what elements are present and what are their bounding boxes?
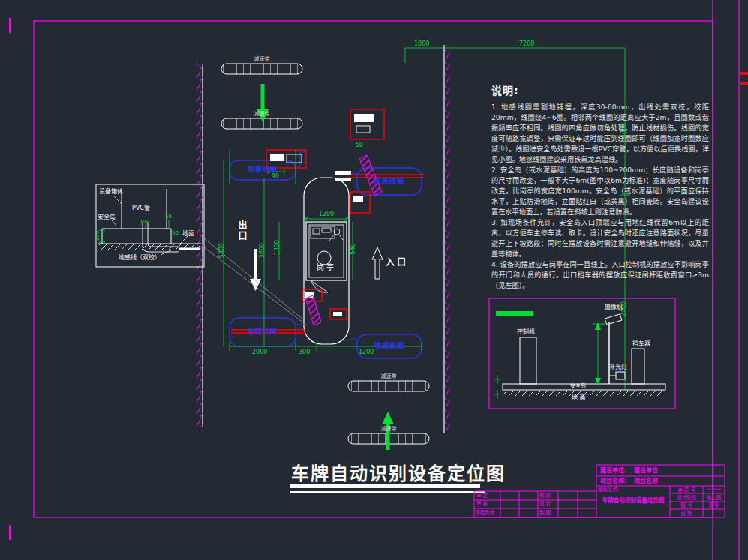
edge-marks — [740, 72, 748, 85]
titleblock-field-value: 图号 — [704, 503, 724, 508]
detail-island-label: 安全岛 — [570, 384, 586, 389]
barrier-machine-box — [632, 349, 644, 384]
note-item-4: 4. 设备的摆放应与岗亭在同一直线上。入口控制机的摆放应不影响岗亭的开门和人员的… — [491, 259, 709, 291]
dim-left-outer: 5400 — [219, 243, 225, 258]
booth-door — [311, 280, 328, 292]
detail-camera-label: 摄像机 — [605, 304, 623, 310]
speed-bump-label: 减速带 — [242, 57, 282, 62]
detail-dim-pipe: 150 — [140, 220, 149, 225]
titleblock-field-label: 日 期 — [671, 511, 702, 517]
detail-equipment-box-label: 设备箱体 — [99, 189, 123, 195]
dim-top-small: 1000 — [414, 41, 429, 47]
speed-bump — [221, 64, 302, 74]
exit-barrier-arm — [305, 295, 321, 325]
exit-lane-label: 出口 — [237, 220, 246, 241]
detail-pvc-pipe-label: PVC管 — [132, 205, 150, 211]
titleblock-personnel: 设 计 — [539, 502, 551, 507]
entry-lane-label: 入口 — [386, 258, 408, 267]
controller-box — [520, 337, 536, 384]
main-title: 车牌自动识别设备定位图 — [291, 459, 506, 485]
speed-bump-label: 减速带 — [368, 374, 409, 379]
detail-ground-label: 地 面 — [572, 395, 586, 401]
fill-light-box — [616, 372, 625, 379]
dim-island-left: 1400 — [275, 240, 281, 255]
entry-barrier-arm — [359, 155, 382, 196]
camera-head — [605, 314, 622, 325]
dim-island-right: 540 — [350, 243, 356, 254]
devices — [231, 109, 425, 333]
detail-island-label: 安全岛 — [98, 214, 116, 220]
titleblock-personnel: 校 对 — [539, 493, 551, 499]
wall-hatch-right — [444, 45, 450, 433]
dim-bottom-mid: 300 — [299, 349, 310, 355]
titleblock-owner-value: 建设单位 — [634, 468, 658, 474]
note-item-1: 1. 地感线圈需割地铺埋，深度30-60mm，出线处需双绞，绞距20mm，线圈绕… — [491, 102, 709, 165]
guard-booth — [306, 222, 347, 292]
notes-panel: 说明: 1. 地感线圈需割地铺埋，深度30-60mm，出线处需双绞，绞距20mm… — [491, 82, 709, 313]
speed-bump — [348, 381, 429, 391]
road-edges — [197, 45, 450, 433]
dim-top-wide: 7200 — [519, 41, 534, 47]
note-item-2: 2. 安全岛（或水泥基础）的高度为100~200mm；长度随设备和岗亭的尺寸而改… — [491, 165, 709, 217]
titleblock-personnel: 制 图 — [539, 511, 551, 516]
titleblock-field-label: 图 号 — [671, 503, 702, 508]
detail-right-linework — [489, 298, 675, 409]
detail-dim-island-height: 150 — [95, 231, 101, 241]
dim-right-upper: 4800 — [621, 123, 627, 138]
titleblock-field-label: 设计阶段 — [671, 496, 702, 501]
notes-ellipsis: …… — [491, 303, 709, 313]
entry-direction-arrow — [372, 247, 383, 279]
detail-dim-top: 50 — [165, 214, 172, 220]
dim-entry-device: 50 — [356, 142, 363, 148]
titleblock-field-value: ****** — [704, 488, 724, 493]
titleblock-project-label: 项目名称: — [600, 478, 626, 484]
titleblock-owner-label: 建设单位: — [600, 468, 626, 474]
speed-bumps — [221, 64, 429, 444]
ground-loop-label: 地感线圈 — [230, 328, 296, 335]
titleblock-personnel: 审 定 — [476, 493, 488, 499]
cad-drawing-canvas: 说明: 1. 地感线圈需割地铺埋，深度30-60mm，出线处需双绞，绞距20mm… — [0, 0, 748, 560]
dim-bottom-left: 2000 — [252, 349, 267, 355]
detail-loop-wire-label: 地感线（双绞） — [119, 255, 161, 261]
speed-bump-label: 减速带 — [368, 427, 409, 432]
note-item-3: 3. 如现场条件允许，安全岛入口顶端应与用地红线保留6m以上的距离，以方便车主停… — [491, 217, 709, 259]
dim-booth-width: 1200 — [313, 211, 340, 217]
detail-dim-edge: 50 — [172, 231, 179, 236]
detail-left-dims — [99, 220, 169, 242]
detail-controller-label: 控制机 — [517, 329, 535, 335]
titleblock-name-label: 图纸名称: — [598, 487, 619, 493]
titleblock-drawing-name: 车牌自动识别设备定位图 — [596, 498, 670, 504]
titleblock-field-label: 合 同 号 — [671, 488, 702, 493]
titleblock-personnel: 项目负责 — [475, 511, 494, 516]
notes-heading: 说明: — [491, 82, 709, 97]
titleblock-field-value: 施工图 — [704, 496, 724, 501]
detail-fill-light-label: 补光灯 — [609, 364, 627, 370]
dim-bottom-right: 1200 — [359, 349, 374, 355]
dim-exit-device: 90 — [272, 174, 279, 180]
ground-loop-label: 地感线圈 — [357, 178, 422, 185]
titleblock-project-value: 项目名称 — [634, 478, 658, 484]
guard-booth-label: 岗亭 — [306, 264, 347, 271]
detail-ground-label: 地面 — [182, 231, 194, 237]
speed-bump-label: 减速带 — [242, 112, 282, 117]
detail-barrier-label: 挡车器 — [632, 341, 650, 347]
dim-left-inner: 3600 — [260, 243, 266, 258]
title-underline — [290, 484, 485, 493]
ground-loop-label: 地感线圈 — [230, 166, 296, 173]
titleblock-personnel: 审 核 — [476, 502, 488, 507]
